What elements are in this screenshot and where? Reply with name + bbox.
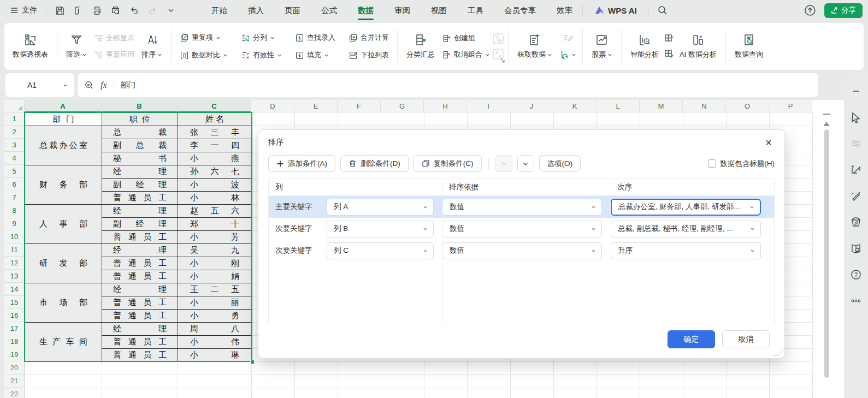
column-header-L[interactable]: L [597, 100, 640, 112]
column-header-I[interactable]: I [467, 100, 510, 112]
row-header-4[interactable]: 4 [4, 152, 25, 165]
basis-select[interactable]: 数值 [442, 199, 602, 216]
menu-tab-3[interactable]: 页面 [284, 2, 302, 19]
merge-calc-button[interactable]: 合并计算 [346, 32, 391, 44]
cell-A2-merged[interactable]: 总裁办公室 [25, 126, 102, 165]
row-header-7[interactable]: 7 [4, 191, 25, 204]
cell-A11-merged[interactable]: 研发部 [25, 244, 102, 283]
menu-tab-9[interactable]: 会员专享 [503, 2, 537, 19]
data-query-button[interactable]: 数据查询 [730, 31, 768, 62]
column-header-O[interactable]: O [726, 100, 769, 112]
locate-icon[interactable] [84, 80, 94, 90]
column-select[interactable]: 列 A [327, 199, 434, 216]
column-header-H[interactable]: H [424, 100, 467, 112]
column-header-E[interactable]: E [294, 100, 338, 112]
cell-B10[interactable]: 普通员工 [102, 231, 178, 244]
show-detail-icon[interactable] [492, 33, 504, 45]
column-header-D[interactable]: D [251, 100, 294, 112]
cell-B1[interactable]: 职位 [102, 113, 178, 126]
cell-B18[interactable]: 普通员工 [102, 336, 178, 349]
table-question-icon[interactable]: ? [664, 33, 675, 44]
options-button[interactable]: 选项(O) [539, 155, 581, 172]
basis-select[interactable]: 数值 [442, 221, 602, 237]
row-header-3[interactable]: 3 [4, 139, 25, 152]
split-columns-button[interactable]: 分列 [239, 32, 284, 44]
dialog-resize-handle[interactable] [773, 350, 784, 355]
cell-B8[interactable]: 经理 [102, 205, 178, 218]
row-header-15[interactable]: 15 [4, 296, 25, 309]
move-condition-up-button[interactable] [495, 155, 512, 172]
cell-C13[interactable]: 小娟 [178, 270, 252, 283]
menu-tab-8[interactable]: 工具 [467, 2, 485, 19]
vertical-scrollbar[interactable] [820, 114, 832, 397]
cell-C10[interactable]: 小芳 [178, 231, 252, 244]
cell-B14[interactable]: 经理 [102, 283, 178, 296]
file-menu-button[interactable]: 文件 [5, 5, 42, 15]
table-check-icon[interactable] [664, 49, 675, 60]
order-select[interactable]: 总裁, 副总裁, 秘书, 经理, 副经理, ... [611, 221, 761, 237]
formula-bar[interactable]: fx 部门 [78, 73, 818, 97]
scroll-up-arrow-icon[interactable] [823, 122, 830, 126]
edit-query-icon[interactable] [557, 32, 578, 43]
print-icon[interactable] [91, 5, 102, 16]
smart-analysis-button[interactable]: 智能分析 [625, 31, 664, 62]
order-select[interactable]: 升序 [611, 242, 761, 259]
validation-button[interactable]: 有效性 [239, 49, 284, 61]
reapply-button[interactable]: 重新应用 [92, 49, 137, 61]
menu-tab-7[interactable]: 视图 [430, 2, 448, 19]
help-icon[interactable]: ? [850, 269, 862, 281]
basis-select[interactable]: 数值 [442, 242, 602, 259]
subtotal-button[interactable]: 分类汇总 [401, 31, 440, 62]
row-header-6[interactable]: 6 [4, 178, 25, 191]
cell-C14[interactable]: 王二五 [178, 283, 252, 296]
magic-tools-icon[interactable] [850, 190, 862, 202]
menu-tab-10[interactable]: 效率 [556, 2, 574, 19]
select-tool-icon[interactable] [850, 111, 862, 123]
name-box[interactable]: A1 [5, 73, 74, 97]
cell-C17[interactable]: 周八 [178, 323, 252, 336]
redo-icon[interactable] [147, 5, 158, 16]
cell-B4[interactable]: 秘书 [102, 152, 178, 165]
collapse-ribbon-icon[interactable] [850, 85, 862, 97]
create-group-button[interactable]: 创建组 [440, 32, 492, 44]
dropdown-list-button[interactable]: 下拉列表 [346, 49, 391, 61]
add-condition-button[interactable]: 添加条件(A) [268, 155, 335, 172]
quick-access-chevron-icon[interactable] [166, 5, 176, 16]
copy-condition-button[interactable]: 复制条件(C) [414, 155, 482, 172]
cell-A17-merged[interactable]: 生产车间 [25, 323, 102, 362]
cell-C16[interactable]: 小勇 [178, 310, 252, 323]
order-select[interactable]: 总裁办公室, 财务部, 人事部, 研发部... [611, 199, 761, 216]
stock-button[interactable]: 股票 [587, 31, 617, 62]
row-header-12[interactable]: 12 [4, 257, 25, 270]
ungroup-button[interactable]: 取消组合 [440, 49, 492, 61]
cell-C5[interactable]: 孙六七 [178, 165, 252, 179]
upload-cloud-icon[interactable] [804, 4, 817, 17]
cell-C2[interactable]: 张三丰 [178, 126, 252, 139]
cell-B2[interactable]: 总裁 [102, 126, 178, 139]
row-header-21[interactable]: 21 [4, 375, 25, 388]
cancel-button[interactable]: 取消 [722, 330, 770, 348]
row-header-13[interactable]: 13 [4, 270, 25, 283]
cell-C19[interactable]: 小琳 [178, 349, 252, 362]
output-icon[interactable] [73, 5, 84, 16]
cell-C11[interactable]: 吴九 [178, 244, 252, 257]
ok-button[interactable]: 确定 [668, 330, 715, 348]
row-header-20[interactable]: 20 [4, 361, 25, 375]
row-header-2[interactable]: 2 [4, 126, 25, 139]
column-header-K[interactable]: K [553, 100, 597, 112]
menu-tab-5[interactable]: 数据 [357, 2, 375, 19]
share-button[interactable]: 分享 [824, 3, 863, 18]
cell-C15[interactable]: 小丽 [178, 296, 252, 310]
row-header-11[interactable]: 11 [4, 243, 25, 257]
cell-B5[interactable]: 经理 [102, 165, 178, 179]
more-icon[interactable] [850, 295, 862, 307]
cell-B12[interactable]: 普通员工 [102, 257, 178, 270]
fill-button[interactable]: 填充 [293, 49, 338, 61]
row-header-14[interactable]: 14 [4, 283, 25, 296]
refresh-shape-icon[interactable] [850, 164, 862, 176]
save-icon[interactable] [54, 5, 65, 16]
filter-button[interactable]: 筛选 [61, 31, 92, 62]
duplicates-button[interactable]: 重复项 [178, 32, 230, 44]
cell-B16[interactable]: 普通员工 [102, 310, 178, 323]
cell-C1[interactable]: 姓名 [178, 113, 252, 126]
